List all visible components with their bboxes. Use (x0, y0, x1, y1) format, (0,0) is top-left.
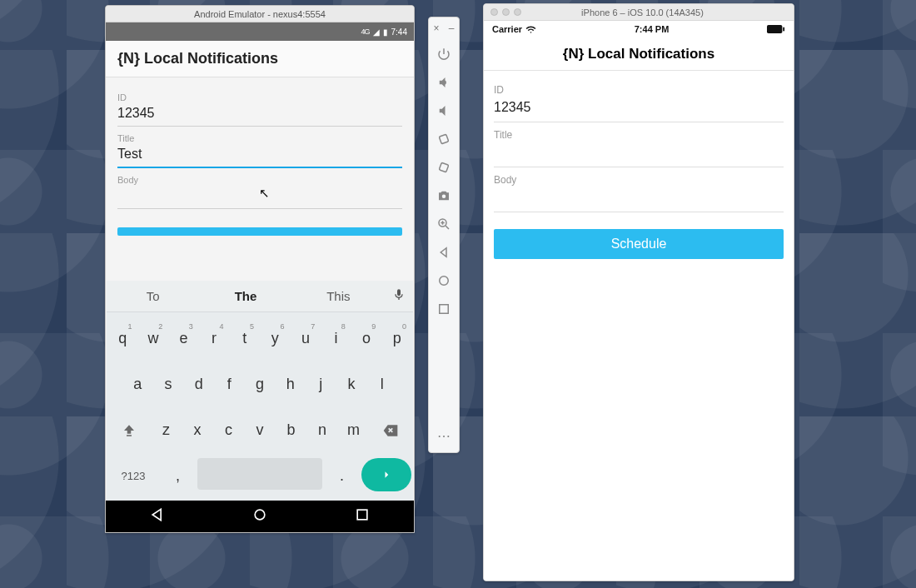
key-g[interactable]: g (246, 366, 275, 403)
overview-nav-icon[interactable] (354, 506, 371, 526)
key-q[interactable]: 1q (108, 321, 137, 357)
key-m[interactable]: m (339, 412, 369, 449)
space-key[interactable] (197, 458, 322, 490)
svg-rect-2 (439, 134, 449, 144)
svg-rect-7 (440, 305, 449, 314)
key-h[interactable]: h (276, 366, 305, 403)
ios-statusbar-time: 7:44 PM (635, 24, 670, 34)
home-icon[interactable] (432, 269, 456, 292)
schedule-button[interactable]: Schedule (494, 229, 784, 259)
rotate-left-icon[interactable] (432, 127, 456, 151)
comma-key[interactable]: , (160, 458, 196, 495)
zoom-icon[interactable] (432, 212, 456, 236)
title-label: Title (494, 129, 784, 141)
rotate-right-icon[interactable] (432, 156, 456, 179)
android-navbar (106, 501, 414, 532)
network-indicator: 4G (361, 27, 370, 36)
mic-icon[interactable] (385, 288, 413, 305)
emulator-side-toolbar: × – ⋯ (428, 17, 460, 453)
suggestion-3[interactable]: This (292, 289, 385, 303)
actionbar-title: {N} Local Notifications (117, 50, 278, 67)
key-f[interactable]: f (215, 366, 244, 403)
id-label: ID (494, 84, 784, 96)
key-v[interactable]: v (245, 412, 275, 449)
ios-navbar: {N} Local Notifications (484, 37, 794, 71)
key-o[interactable]: 9o (352, 321, 381, 357)
ios-form: ID Title Body Schedule (484, 71, 794, 266)
schedule-button[interactable] (117, 227, 402, 236)
key-u[interactable]: 7u (291, 321, 321, 357)
key-w[interactable]: 2w (139, 321, 168, 357)
android-keyboard: To The This 1q2w3e4r5t6y7u8i9o0p asdfghj… (107, 281, 413, 501)
back-icon[interactable] (432, 241, 456, 264)
key-n[interactable]: n (307, 412, 337, 449)
power-icon[interactable] (432, 42, 456, 66)
camera-icon[interactable] (432, 184, 456, 207)
svg-rect-8 (767, 25, 782, 33)
battery-icon (767, 25, 785, 34)
signal-icon: ◢ (373, 27, 380, 37)
body-input[interactable] (494, 186, 784, 212)
android-statusbar: 4G ◢ ▮ 7:44 (106, 22, 414, 41)
svg-point-0 (255, 510, 265, 520)
key-s[interactable]: s (154, 366, 183, 403)
volume-up-icon[interactable] (432, 71, 456, 94)
key-p[interactable]: 0p (382, 321, 411, 357)
key-j[interactable]: j (306, 366, 336, 403)
more-icon[interactable]: ⋯ (432, 424, 456, 447)
key-e[interactable]: 3e (169, 321, 198, 357)
key-k[interactable]: k (337, 366, 366, 403)
id-input[interactable] (494, 96, 784, 122)
key-x[interactable]: x (182, 412, 212, 449)
ios-nav-title: {N} Local Notifications (563, 46, 714, 62)
enter-key[interactable] (361, 458, 411, 491)
key-l[interactable]: l (367, 366, 396, 403)
android-actionbar: {N} Local Notifications (106, 41, 414, 77)
minimize-icon[interactable]: – (446, 22, 456, 34)
battery-icon: ▮ (383, 27, 388, 37)
svg-rect-1 (357, 510, 367, 520)
symbols-key[interactable]: ?123 (108, 458, 158, 495)
svg-rect-9 (783, 27, 784, 31)
back-nav-icon[interactable] (149, 506, 166, 526)
key-i[interactable]: 8i (321, 321, 351, 357)
key-z[interactable]: z (152, 412, 182, 449)
key-t[interactable]: 5t (230, 321, 259, 357)
keyboard-suggestion-bar: To The This (107, 281, 413, 312)
svg-rect-3 (439, 162, 449, 172)
body-label: Body (117, 175, 402, 185)
wifi-icon (525, 24, 536, 35)
close-icon[interactable]: × (431, 22, 441, 34)
key-c[interactable]: c (214, 412, 244, 449)
id-input[interactable] (117, 102, 402, 127)
svg-point-4 (442, 195, 446, 199)
key-r[interactable]: 4r (200, 321, 229, 357)
key-a[interactable]: a (123, 366, 152, 403)
android-emulator-window: Android Emulator - nexus4:5554 4G ◢ ▮ 7:… (105, 5, 415, 533)
title-input[interactable] (494, 141, 784, 167)
period-key[interactable]: . (324, 458, 360, 495)
overview-icon[interactable] (432, 297, 456, 321)
suggestion-2[interactable]: The (199, 289, 291, 303)
ios-simulator-window: iPhone 6 – iOS 10.0 (14A345) Carrier 7:4… (483, 3, 794, 581)
shift-key[interactable] (108, 412, 150, 449)
traffic-lights[interactable] (484, 8, 521, 16)
backspace-key[interactable] (370, 412, 411, 449)
key-d[interactable]: d (184, 366, 213, 403)
key-b[interactable]: b (276, 412, 306, 449)
title-input[interactable] (117, 143, 402, 168)
suggestion-1[interactable]: To (107, 289, 199, 303)
ios-window-titlebar: iPhone 6 – iOS 10.0 (14A345) (484, 4, 794, 21)
android-window-title: Android Emulator - nexus4:5554 (106, 6, 414, 22)
android-form: ID Title Body (106, 77, 414, 239)
volume-down-icon[interactable] (432, 99, 456, 122)
home-nav-icon[interactable] (251, 506, 268, 526)
key-y[interactable]: 6y (261, 321, 290, 357)
body-input[interactable] (117, 185, 402, 209)
svg-point-6 (440, 277, 449, 286)
ios-statusbar: Carrier 7:44 PM (484, 21, 794, 37)
title-label: Title (117, 133, 402, 143)
keyboard-rows: 1q2w3e4r5t6y7u8i9o0p asdfghjkl zxcvbnm ?… (107, 312, 413, 501)
ios-screen: Carrier 7:44 PM {N} Local Notifications … (484, 21, 794, 581)
statusbar-time: 7:44 (391, 27, 407, 37)
